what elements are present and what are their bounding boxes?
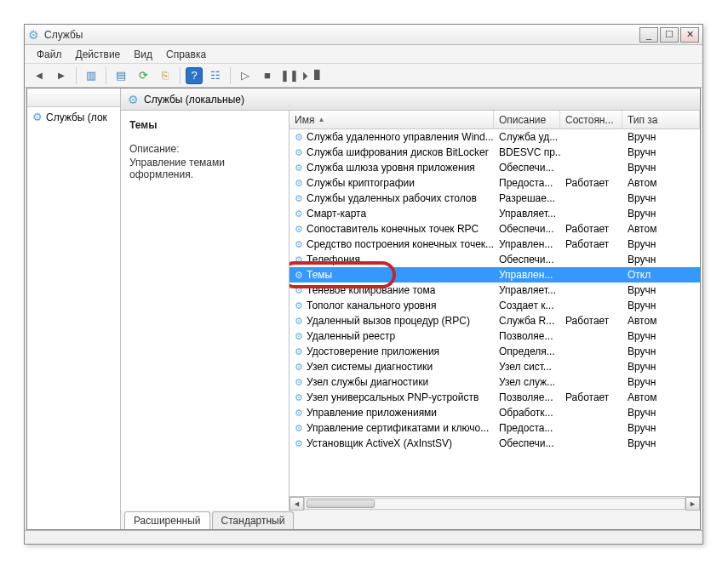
table-row[interactable]: ⚙Службы криптографииПредоста...РаботаетА… bbox=[289, 175, 700, 191]
scroll-track[interactable] bbox=[304, 498, 685, 510]
show-hide-tree-button[interactable]: ▥ bbox=[82, 66, 100, 85]
table-row[interactable]: ⚙Удаленный реестрПозволяе...Вручн bbox=[289, 328, 700, 344]
properties-button[interactable]: ▤ bbox=[112, 66, 130, 85]
tree-node-services[interactable]: ⚙ Службы (лок bbox=[27, 107, 120, 127]
separator bbox=[106, 67, 106, 84]
minimize-button[interactable]: _ bbox=[639, 27, 658, 43]
service-startup: Вручн bbox=[622, 146, 700, 158]
table-row[interactable]: ⚙Узел универсальных PNP-устройствПозволя… bbox=[289, 390, 700, 405]
client-area: ⚙ Службы (лок ⚙ Службы (локальные) Темы … bbox=[26, 88, 701, 530]
service-name: Узел службы диагностики bbox=[307, 376, 428, 388]
refresh-button[interactable]: ⟳ bbox=[134, 66, 152, 85]
scroll-left-button[interactable]: ◄ bbox=[289, 497, 304, 511]
service-icon: ⚙ bbox=[295, 224, 303, 235]
service-name: Служба удаленного управления Wind... bbox=[307, 131, 494, 143]
table-row[interactable]: ⚙Тополог канального уровняСоздает к...Вр… bbox=[289, 298, 700, 313]
selected-service-name: Темы bbox=[129, 119, 280, 131]
description-label: Описание: bbox=[129, 143, 280, 155]
start-service-button[interactable]: ▷ bbox=[236, 66, 255, 85]
main-header-title: Службы (локальные) bbox=[144, 94, 244, 106]
menu-help[interactable]: Справка bbox=[159, 46, 213, 63]
table-row[interactable]: ⚙Управление приложениямиОбработк...Вручн bbox=[289, 405, 700, 420]
service-name: Узел системы диагностики bbox=[307, 361, 433, 373]
stop-service-button[interactable]: ■ bbox=[258, 66, 277, 85]
service-description: Определя... bbox=[494, 345, 560, 357]
service-icon: ⚙ bbox=[295, 362, 303, 373]
service-icon: ⚙ bbox=[295, 163, 303, 174]
help-button[interactable]: ? bbox=[186, 67, 203, 84]
forward-button[interactable]: ► bbox=[52, 66, 71, 85]
service-description: Узел сист... bbox=[494, 361, 560, 373]
menu-file[interactable]: Файл bbox=[30, 46, 69, 63]
table-row[interactable]: ⚙Служба шифрования дисков BitLockerBDESV… bbox=[289, 145, 700, 160]
services-window: ⚙ Службы _ ☐ ✕ Файл Действие Вид Справка… bbox=[24, 24, 703, 545]
scroll-right-button[interactable]: ► bbox=[685, 497, 700, 511]
service-startup: Вручн bbox=[622, 208, 700, 220]
table-row[interactable]: ⚙ТемыУправлен...Откл bbox=[289, 267, 700, 282]
service-state: Работает bbox=[560, 177, 622, 189]
list-body[interactable]: ⚙Служба удаленного управления Wind...Слу… bbox=[289, 129, 700, 496]
service-startup: Откл bbox=[622, 269, 700, 281]
table-row[interactable]: ⚙Теневое копирование томаУправляет...Вру… bbox=[289, 282, 700, 298]
table-row[interactable]: ⚙Службы удаленных рабочих столовРазрешае… bbox=[289, 191, 700, 206]
service-state: Работает bbox=[560, 315, 622, 327]
service-name: Удостоверение приложения bbox=[307, 345, 439, 357]
column-header-description[interactable]: Описание bbox=[494, 111, 560, 128]
service-state: Работает bbox=[560, 238, 622, 250]
services-list: Имя Описание Состоян... Тип за ⚙Служба у… bbox=[289, 111, 700, 511]
scroll-thumb[interactable] bbox=[307, 499, 375, 508]
service-name: Управление приложениями bbox=[307, 407, 437, 419]
column-header-state[interactable]: Состоян... bbox=[560, 111, 622, 128]
service-name: Установщик ActiveX (AxInstSV) bbox=[307, 437, 452, 449]
export-list-button[interactable]: ⎘ bbox=[156, 66, 175, 85]
restart-service-button[interactable]: ⏵❚ bbox=[302, 66, 321, 85]
service-description: Создает к... bbox=[494, 300, 560, 311]
list-header: Имя Описание Состоян... Тип за bbox=[289, 111, 700, 129]
titlebar[interactable]: ⚙ Службы _ ☐ ✕ bbox=[25, 25, 702, 45]
gear-icon: ⚙ bbox=[32, 111, 43, 123]
column-header-startup[interactable]: Тип за bbox=[622, 111, 700, 128]
table-row[interactable]: ⚙Управление сертификатами и ключо...Пред… bbox=[289, 420, 700, 436]
table-row[interactable]: ⚙Сопоставитель конечных точек RPCОбеспеч… bbox=[289, 221, 700, 237]
table-row[interactable]: ⚙Служба шлюза уровня приложенияОбеспечи.… bbox=[289, 160, 700, 175]
props-button[interactable]: ☷ bbox=[206, 66, 225, 85]
table-row[interactable]: ⚙Смарт-картаУправляет...Вручн bbox=[289, 206, 700, 221]
menu-view[interactable]: Вид bbox=[127, 46, 159, 63]
description-text: Управление темами оформления. bbox=[129, 157, 280, 180]
back-button[interactable]: ◄ bbox=[30, 66, 49, 85]
close-button[interactable]: ✕ bbox=[680, 27, 699, 43]
menu-action[interactable]: Действие bbox=[69, 46, 128, 63]
column-header-name[interactable]: Имя bbox=[289, 111, 494, 128]
service-startup: Вручн bbox=[622, 330, 700, 342]
table-row[interactable]: ⚙Средство построения конечных точек...Уп… bbox=[289, 237, 700, 252]
service-startup: Вручн bbox=[622, 254, 700, 265]
table-row[interactable]: ⚙Удостоверение приложенияОпределя...Вруч… bbox=[289, 344, 700, 359]
table-row[interactable]: ⚙ТелефонияОбеспечи...Вручн bbox=[289, 252, 700, 267]
service-icon: ⚙ bbox=[295, 316, 303, 327]
table-row[interactable]: ⚙Служба удаленного управления Wind...Слу… bbox=[289, 129, 700, 145]
toolbar: ◄ ► ▥ ▤ ⟳ ⎘ ? ☷ ▷ ■ ❚❚ ⏵❚ bbox=[25, 64, 702, 88]
table-row[interactable]: ⚙Узел службы диагностикиУзел служ...Вруч… bbox=[289, 374, 700, 390]
service-name: Смарт-карта bbox=[307, 208, 366, 220]
tab-extended[interactable]: Расширенный bbox=[124, 511, 210, 529]
description-panel: Темы Описание: Управление темами оформле… bbox=[121, 111, 289, 511]
service-startup: Вручн bbox=[622, 284, 700, 296]
horizontal-scrollbar[interactable]: ◄ ► bbox=[289, 496, 700, 511]
main-pane: ⚙ Службы (локальные) Темы Описание: Упра… bbox=[121, 88, 700, 529]
table-row[interactable]: ⚙Установщик ActiveX (AxInstSV)Обеспечи..… bbox=[289, 436, 700, 451]
service-state: Работает bbox=[560, 391, 622, 403]
maximize-button[interactable]: ☐ bbox=[660, 27, 679, 43]
service-description: Позволяе... bbox=[494, 391, 560, 403]
service-startup: Вручн bbox=[622, 361, 700, 373]
service-startup: Вручн bbox=[622, 437, 700, 449]
table-row[interactable]: ⚙Узел системы диагностикиУзел сист...Вру… bbox=[289, 359, 700, 374]
separator bbox=[230, 67, 231, 84]
service-description: Узел служ... bbox=[494, 376, 560, 388]
pause-service-button[interactable]: ❚❚ bbox=[280, 66, 299, 85]
table-row[interactable]: ⚙Удаленный вызов процедур (RPC)Служба R.… bbox=[289, 313, 700, 328]
service-icon: ⚙ bbox=[295, 270, 303, 281]
service-startup: Автом bbox=[622, 223, 700, 235]
tab-standard[interactable]: Стандартный bbox=[212, 511, 295, 529]
service-startup: Вручн bbox=[622, 345, 700, 357]
service-startup: Вручн bbox=[622, 131, 700, 143]
